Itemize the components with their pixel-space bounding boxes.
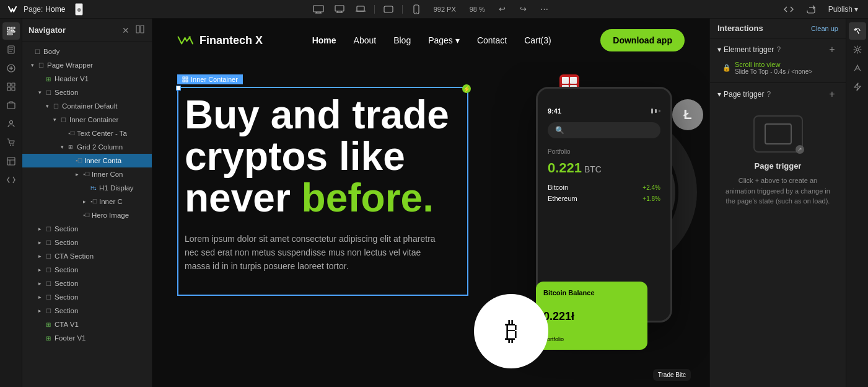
left-icon-rail xyxy=(0,19,22,387)
tree-item-section-4[interactable]: ▸ ☐ Section xyxy=(22,263,152,277)
lightning-rail-button[interactable] xyxy=(849,78,866,96)
section4-icon: ☐ xyxy=(46,267,55,274)
expand-navigator-button[interactable] xyxy=(134,24,146,37)
page-trigger-row: ▾ Page trigger ? + xyxy=(717,88,838,100)
coin-item-btc: Bitcoin +2.4% xyxy=(548,184,660,191)
tree-item-inner-c[interactable]: ▸ ▪☐ Inner C xyxy=(22,195,152,208)
tree-item-section-1[interactable]: ▾ ☐ Section xyxy=(22,86,152,99)
page-trigger-text: Page trigger xyxy=(724,90,764,99)
code-toggle-button[interactable] xyxy=(780,2,797,16)
element-trigger-arrow: ▾ xyxy=(717,45,721,54)
tree-item-section-3[interactable]: ▸ ☐ Section xyxy=(22,236,152,249)
body-icon: ☐ xyxy=(35,48,43,55)
users-rail-button[interactable] xyxy=(2,115,20,133)
custom-code-rail-button[interactable] xyxy=(2,171,20,189)
tree-item-cta-v1[interactable]: ⊞ CTA V1 xyxy=(22,318,152,331)
page-trigger-title: Page trigger xyxy=(755,161,802,171)
tree-item-container-default[interactable]: ▾ ☐ Container Default xyxy=(22,99,152,113)
green-card-footer: Portfolio xyxy=(543,336,640,342)
phone-status-icons xyxy=(651,109,660,113)
tree-item-h1-display[interactable]: H₁ H1 Display xyxy=(22,181,152,195)
nav-pages-label: Pages xyxy=(428,35,453,45)
tree-item-inner-con-sub[interactable]: ▸ ▪☐ Inner Con xyxy=(22,167,152,181)
redo-button[interactable]: ↪ xyxy=(515,2,532,16)
share-button[interactable] xyxy=(802,2,820,16)
tree-item-hero-image[interactable]: ▪☐ Hero Image xyxy=(22,208,152,222)
headline-part2: cryptos like xyxy=(185,134,405,179)
phone-search-bar: 🔍 xyxy=(548,122,660,138)
svg-rect-36 xyxy=(136,25,139,33)
ecommerce-rail-button[interactable] xyxy=(2,134,20,151)
add-elements-rail-button[interactable] xyxy=(2,60,20,77)
device-desktop-button[interactable] xyxy=(331,2,348,16)
components-rail-button[interactable] xyxy=(2,78,20,96)
nav-home-link[interactable]: Home xyxy=(312,35,336,45)
svg-point-11 xyxy=(416,12,417,13)
toolbar-left: Page: Home ● xyxy=(6,3,83,16)
tree-item-body[interactable]: ☐ Body xyxy=(22,45,152,58)
btc-change: +2.4% xyxy=(642,184,660,191)
anim-sep: - xyxy=(770,68,772,75)
phone-status-bar: 9:41 xyxy=(548,107,660,115)
tree-label-page-wrapper: Page Wrapper xyxy=(47,61,93,69)
tree-label-header-v1: Header V1 xyxy=(55,75,89,82)
section5-icon: ☐ xyxy=(46,280,55,287)
tree-label-hero-image: Hero Image xyxy=(92,211,129,219)
more-options-button[interactable]: ⋯ xyxy=(536,2,553,16)
device-tablet-h-button[interactable] xyxy=(380,2,397,16)
nav-pages-dropdown[interactable]: Pages ▾ xyxy=(428,35,460,45)
navigator-panel: Navigator ✕ ☐ Body ▾ ☐ Page Wrapper xyxy=(22,19,152,387)
nav-contact-link[interactable]: Contact xyxy=(477,35,507,45)
nav-blog-link[interactable]: Blog xyxy=(393,35,411,45)
tree-label-section-3: Section xyxy=(55,239,78,246)
svg-rect-9 xyxy=(384,6,393,12)
svg-rect-14 xyxy=(11,27,15,29)
svg-rect-29 xyxy=(7,103,15,109)
scroll-trigger-detail: Scroll into view Slide To Top - 0.4s / <… xyxy=(735,61,812,75)
settings-rail-button[interactable] xyxy=(849,41,866,58)
tree-item-text-center[interactable]: ▪☐ Text Center - Ta xyxy=(22,127,152,140)
svg-point-31 xyxy=(10,145,11,146)
tree-item-header-v1[interactable]: ⊞ Header V1 xyxy=(22,72,152,86)
assets-rail-button[interactable] xyxy=(2,97,20,114)
svg-rect-38 xyxy=(183,77,185,79)
tree-label-h1: H1 Display xyxy=(99,184,134,192)
style-rail-button[interactable] xyxy=(849,60,866,77)
tree-item-inner-container[interactable]: ▾ ☐ Inner Container xyxy=(22,113,152,127)
main-area: Navigator ✕ ☐ Body ▾ ☐ Page Wrapper xyxy=(0,19,868,387)
device-laptop-button[interactable] xyxy=(352,2,369,16)
pages-rail-button[interactable] xyxy=(2,41,20,58)
tree-item-page-wrapper[interactable]: ▾ ☐ Page Wrapper xyxy=(22,58,152,72)
add-page-trigger-button[interactable]: + xyxy=(826,88,838,100)
svg-rect-4 xyxy=(335,6,344,11)
interactions-rail-button[interactable] xyxy=(849,22,866,40)
cms-rail-button[interactable] xyxy=(2,153,20,170)
tree-item-section-5[interactable]: ▸ ☐ Section xyxy=(22,277,152,290)
download-app-button[interactable]: Download app xyxy=(600,29,685,51)
device-mobile-button[interactable] xyxy=(408,2,425,16)
device-separator-2 xyxy=(402,5,403,14)
publish-button[interactable]: Publish ▾ xyxy=(825,4,862,15)
clean-up-button[interactable]: Clean up xyxy=(811,25,838,32)
nav-about-link[interactable]: About xyxy=(354,35,377,45)
tree-item-section-2[interactable]: ▸ ☐ Section xyxy=(22,222,152,236)
tree-item-inner-container-sel[interactable]: ▪☐ Inner Conta xyxy=(22,154,152,167)
navigator-header-icons: ✕ xyxy=(121,24,146,37)
cart-link[interactable]: Cart(3) xyxy=(524,35,551,45)
page-trigger-icon: ↗ xyxy=(753,115,803,153)
page-trigger-section: ▾ Page trigger ? + ↗ Page trigger Click … xyxy=(710,83,846,387)
tree-item-footer-v1[interactable]: ⊞ Footer V1 xyxy=(22,331,152,345)
tree-item-grid-2-col[interactable]: ▾ ⊞ Grid 2 Column xyxy=(22,140,152,154)
page-options-button[interactable]: ● xyxy=(75,3,82,16)
undo-button[interactable]: ↩ xyxy=(494,2,511,16)
device-desktop-large-button[interactable] xyxy=(310,2,327,16)
navigator-rail-button[interactable] xyxy=(2,22,20,40)
close-navigator-button[interactable]: ✕ xyxy=(121,24,131,37)
tree-item-section-6[interactable]: ▸ ☐ Section xyxy=(22,290,152,304)
tree-arrow: ▾ xyxy=(31,62,38,68)
resize-handle-tl[interactable] xyxy=(176,86,181,91)
tree-item-cta-section[interactable]: ▸ ☐ CTA Section xyxy=(22,249,152,263)
tree-item-section-7[interactable]: ▸ ☐ Section xyxy=(22,304,152,318)
add-element-trigger-button[interactable]: + xyxy=(826,43,838,56)
phone-time: 9:41 xyxy=(548,107,561,115)
